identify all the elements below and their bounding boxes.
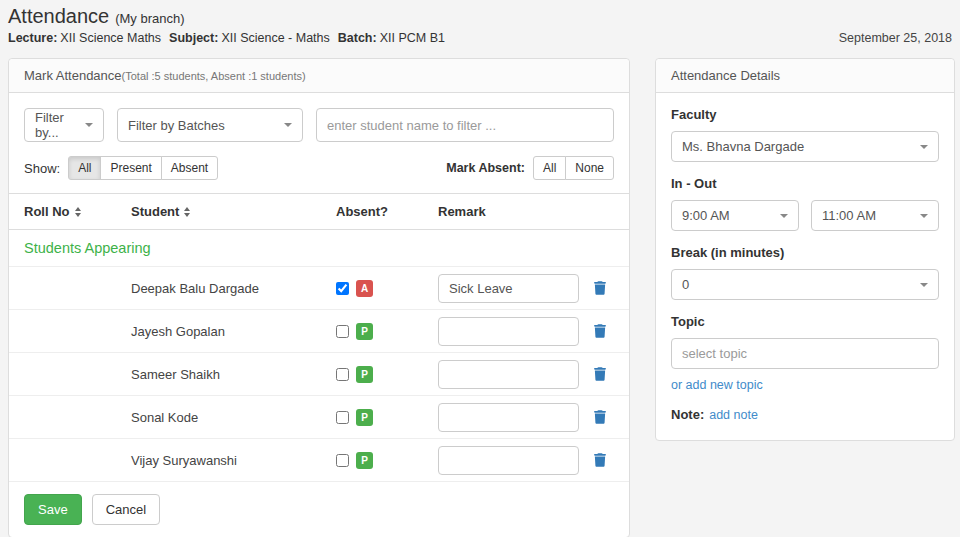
filter-by-select[interactable]: Filter by... [24, 108, 104, 142]
add-new-topic-link[interactable]: or add new topic [671, 378, 763, 392]
remark-cell [438, 274, 593, 303]
student-name: Deepak Balu Dargade [131, 281, 336, 296]
remark-cell [438, 317, 593, 346]
add-note-link[interactable]: add note [709, 408, 758, 422]
trash-icon[interactable] [594, 367, 606, 381]
mark-absent-all-button[interactable]: All [533, 156, 566, 180]
status-badge: P [356, 452, 373, 469]
faculty-label: Faculty [671, 107, 939, 122]
mark-attendance-title: Mark Attendance [24, 68, 122, 83]
column-remark: Remark [438, 204, 593, 219]
absent-checkbox[interactable] [336, 325, 349, 338]
faculty-select[interactable]: Ms. Bhavna Dargade [671, 131, 939, 162]
note-label: Note: [671, 407, 704, 422]
column-roll-no-label: Roll No [24, 204, 70, 219]
out-time-value: 11:00 AM [822, 208, 876, 223]
trash-icon[interactable] [594, 453, 606, 467]
table-row: Deepak Balu Dargade A [9, 267, 629, 310]
break-value: 0 [682, 277, 689, 292]
table-row: Sameer Shaikh P [9, 353, 629, 396]
show-label: Show: [24, 161, 60, 176]
faculty-value: Ms. Bhavna Dargade [682, 139, 804, 154]
remark-input[interactable] [438, 317, 579, 346]
in-time-value: 9:00 AM [682, 208, 730, 223]
subject-label: Subject: [169, 31, 218, 45]
save-button[interactable]: Save [24, 494, 82, 525]
branch-subtitle: (My branch) [115, 11, 184, 26]
status-badge: P [356, 409, 373, 426]
table-header: Roll No Student Absent? Remark [9, 193, 629, 230]
status-badge: A [356, 280, 373, 297]
chevron-down-icon [920, 283, 928, 287]
column-roll-no[interactable]: Roll No [24, 204, 131, 219]
absent-cell: P [336, 409, 438, 426]
remark-cell [438, 360, 593, 389]
trash-icon[interactable] [594, 410, 606, 424]
chevron-down-icon [920, 145, 928, 149]
batch-label: Batch: [338, 31, 377, 45]
action-cell [593, 281, 614, 295]
lecture-value: XII Science Maths [60, 31, 161, 45]
absent-checkbox[interactable] [336, 454, 349, 467]
trash-icon[interactable] [594, 281, 606, 295]
remark-input[interactable] [438, 403, 579, 432]
table-row: Sonal Kode P [9, 396, 629, 439]
filter-batches-value: Filter by Batches [128, 118, 225, 133]
break-select[interactable]: 0 [671, 269, 939, 300]
absent-checkbox[interactable] [336, 368, 349, 381]
in-out-label: In - Out [671, 176, 939, 191]
student-filter-input[interactable] [316, 108, 614, 142]
cancel-button[interactable]: Cancel [92, 494, 160, 525]
show-button-group: All Present Absent [68, 156, 218, 180]
action-cell [593, 453, 614, 467]
absent-checkbox[interactable] [336, 411, 349, 424]
remark-cell [438, 446, 593, 475]
status-badge: P [356, 366, 373, 383]
chevron-down-icon [284, 123, 292, 127]
chevron-down-icon [780, 214, 788, 218]
show-row: Show: All Present Absent Mark Absent: Al… [9, 156, 629, 193]
mark-absent-none-button[interactable]: None [565, 156, 614, 180]
mark-attendance-panel: Mark Attendance(Total :5 students, Absen… [8, 58, 630, 537]
sort-icon [184, 207, 190, 217]
show-all-button[interactable]: All [68, 156, 101, 180]
page-title: Attendance [8, 5, 109, 28]
absent-cell: A [336, 280, 438, 297]
column-student-label: Student [131, 204, 179, 219]
filters-row: Filter by... Filter by Batches [9, 93, 629, 156]
absent-cell: P [336, 323, 438, 340]
sort-icon [75, 207, 81, 217]
mark-attendance-header: Mark Attendance(Total :5 students, Absen… [9, 59, 629, 93]
subject-value: XII Science - Maths [221, 31, 329, 45]
table-row: Jayesh Gopalan P [9, 310, 629, 353]
remark-input[interactable] [438, 274, 579, 303]
in-time-select[interactable]: 9:00 AM [671, 200, 799, 231]
attendance-details-panel: Attendance Details Faculty Ms. Bhavna Da… [655, 58, 955, 441]
remark-input[interactable] [438, 360, 579, 389]
chevron-down-icon [85, 123, 93, 127]
panel-footer: Save Cancel [9, 482, 629, 537]
column-student[interactable]: Student [131, 204, 336, 219]
attendance-details-header: Attendance Details [656, 59, 954, 93]
page-header: Attendance (My branch) Lecture: XII Scie… [0, 0, 960, 45]
absent-cell: P [336, 366, 438, 383]
lecture-label: Lecture: [8, 31, 57, 45]
absent-checkbox[interactable] [336, 282, 349, 295]
absent-cell: P [336, 452, 438, 469]
attendance-details-title: Attendance Details [671, 68, 780, 83]
mark-absent-label: Mark Absent: [446, 161, 525, 175]
column-absent: Absent? [336, 204, 438, 219]
action-cell [593, 410, 614, 424]
show-present-button[interactable]: Present [100, 156, 161, 180]
attendance-summary: (Total :5 students, Absent :1 students) [122, 70, 306, 82]
filter-by-value: Filter by... [35, 110, 77, 140]
trash-icon[interactable] [594, 324, 606, 338]
student-name: Vijay Suryawanshi [131, 453, 336, 468]
topic-input[interactable] [671, 338, 939, 369]
out-time-select[interactable]: 11:00 AM [811, 200, 939, 231]
date: September 25, 2018 [839, 31, 952, 45]
student-name: Sonal Kode [131, 410, 336, 425]
filter-batches-select[interactable]: Filter by Batches [117, 108, 303, 142]
show-absent-button[interactable]: Absent [161, 156, 218, 180]
remark-input[interactable] [438, 446, 579, 475]
